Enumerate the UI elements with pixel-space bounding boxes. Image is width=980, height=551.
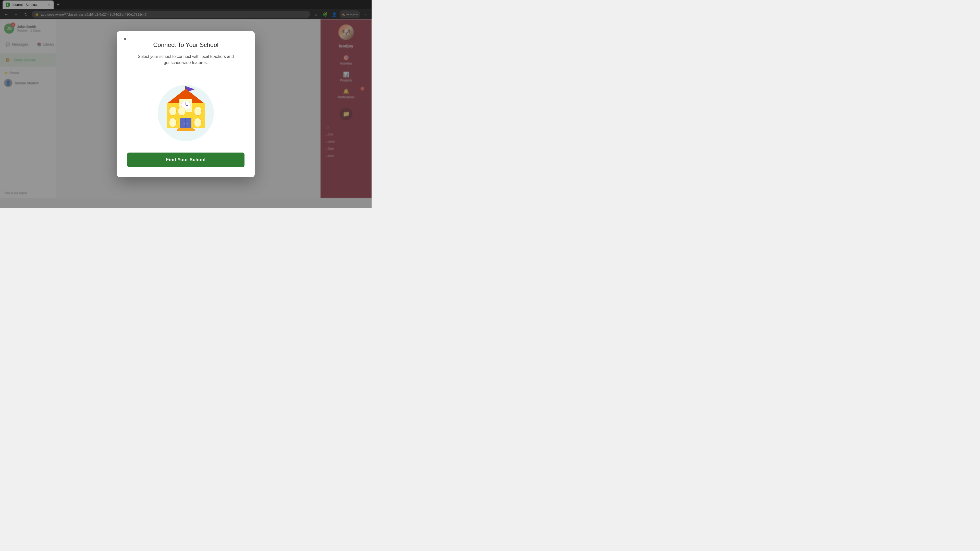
svg-rect-10 [178, 106, 185, 116]
modal-overlay[interactable]: × Connect To Your School Select your sch… [0, 0, 372, 208]
svg-rect-11 [194, 106, 201, 116]
svg-point-15 [183, 123, 185, 124]
modal-title: Connect To Your School [127, 41, 245, 48]
svg-point-16 [186, 123, 188, 124]
modal-close-button[interactable]: × [121, 35, 129, 43]
svg-rect-18 [169, 118, 177, 127]
svg-rect-17 [194, 118, 201, 127]
svg-rect-12 [185, 106, 192, 116]
school-illustration [127, 73, 245, 145]
find-school-button[interactable]: Find Your School [127, 152, 245, 167]
svg-rect-20 [177, 129, 195, 131]
connect-school-modal: × Connect To Your School Select your sch… [117, 31, 255, 177]
svg-rect-9 [169, 106, 177, 116]
modal-subtitle: Select your school to connect with local… [127, 54, 245, 66]
